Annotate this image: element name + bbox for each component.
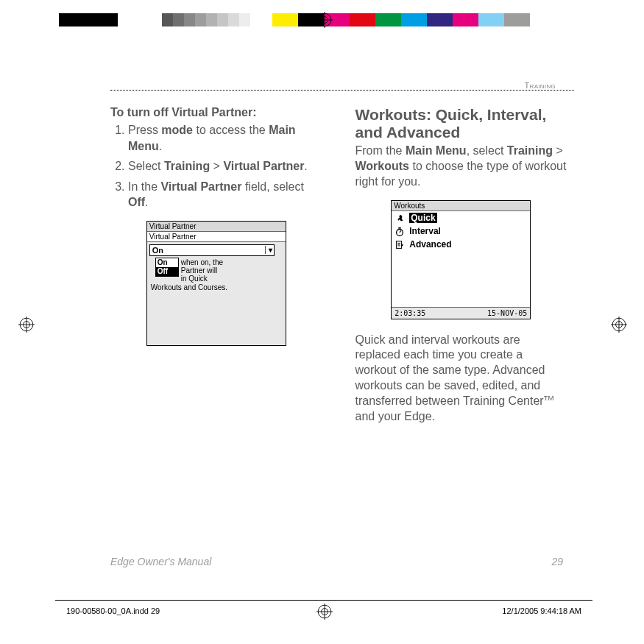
body-paragraph: Quick and interval workouts are replaced… xyxy=(355,333,567,425)
step-3: In the Virtual Partner field, select Off… xyxy=(128,179,322,210)
dropdown-arrow-icon: ▾ xyxy=(265,246,272,254)
imposition-rule xyxy=(55,600,592,601)
screenshot-titlebar: Workouts xyxy=(392,201,530,211)
screenshot-field-label: Virtual Partner xyxy=(147,232,286,242)
registration-mark-icon xyxy=(18,316,35,333)
step-1: Press mode to access the Main Menu. xyxy=(128,122,322,154)
page-number: 29 xyxy=(551,556,563,567)
screenshot-options-popup: On Off xyxy=(155,258,179,277)
svg-rect-18 xyxy=(399,227,402,229)
imposition-file: 190-00580-00_0A.indd 29 xyxy=(66,606,160,615)
screenshot-workouts: Workouts Quick Interval xyxy=(391,200,531,319)
svg-line-17 xyxy=(400,230,401,233)
screenshot-time: 2:03:35 xyxy=(394,309,425,317)
screenshot-virtual-partner: Virtual Partner Virtual Partner On ▾ On … xyxy=(146,221,286,346)
right-column: Workouts: Quick, Interval, and Advanced … xyxy=(355,106,567,425)
list-item-advanced: Advanced xyxy=(392,238,530,251)
registration-mark-icon xyxy=(316,12,333,28)
registration-mark-icon xyxy=(611,316,627,333)
screenshot-titlebar: Virtual Partner xyxy=(147,222,286,232)
runner-icon xyxy=(394,213,405,222)
list-item-interval: Interval xyxy=(392,224,530,238)
imposition-info: 190-00580-00_0A.indd 29 12/1/2005 9:44:1… xyxy=(66,606,581,615)
left-column: To turn off Virtual Partner: Press mode … xyxy=(110,106,322,425)
imposition-timestamp: 12/1/2005 9:44:18 AM xyxy=(502,606,581,615)
instruction-title: To turn off Virtual Partner: xyxy=(110,106,322,119)
screenshot-hint-text-2: Workouts and Courses. xyxy=(151,283,276,291)
list-item-quick: Quick xyxy=(392,211,530,224)
footer-title: Edge Owner's Manual xyxy=(110,556,211,567)
document-icon xyxy=(394,240,405,249)
stopwatch-icon xyxy=(394,227,405,236)
page-footer: Edge Owner's Manual 29 xyxy=(110,556,563,567)
screenshot-hint-text: when on, the Partner will in Quick xyxy=(181,258,277,283)
screenshot-date: 15-NOV-05 xyxy=(487,309,527,317)
instruction-steps: Press mode to access the Main Menu. Sele… xyxy=(110,122,322,210)
section-label: Training xyxy=(525,81,556,90)
section-heading: Workouts: Quick, Interval, and Advanced xyxy=(355,106,567,141)
screenshot-dropdown: On ▾ xyxy=(149,244,275,256)
step-2: Select Training > Virtual Partner. xyxy=(128,158,322,174)
intro-paragraph: From the Main Menu, select Training > Wo… xyxy=(355,144,567,189)
